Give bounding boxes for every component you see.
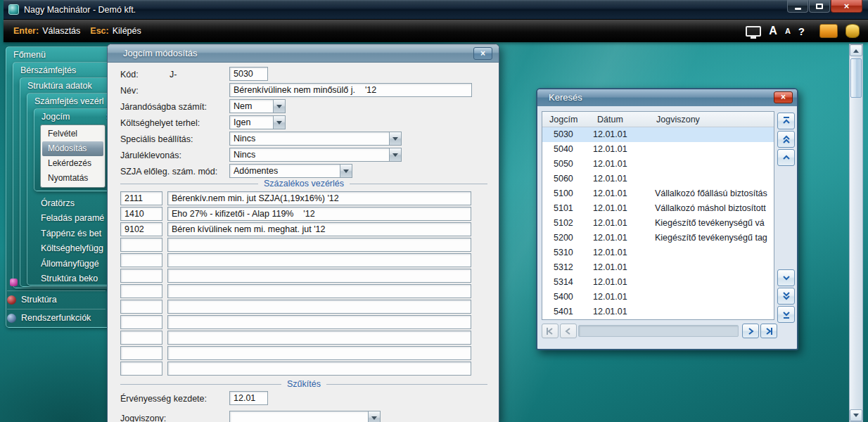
- sidebar-item-struktura-bekotes[interactable]: Struktúra beko: [34, 271, 107, 286]
- esc-action-label[interactable]: Kilépés: [113, 26, 141, 36]
- search-row[interactable]: 5101 12.01.01 Vállalkozó máshol biztosít…: [542, 201, 774, 216]
- grid-text-input[interactable]: Eho 27% - kifizetői - Alap 119% '12: [167, 207, 471, 221]
- scroll-first-button[interactable]: [777, 113, 795, 129]
- panel-berszamfejtes-header[interactable]: Bérszámfejtés: [13, 63, 119, 78]
- kod-input[interactable]: 5030: [229, 67, 268, 81]
- grid-text-input[interactable]: Bérenkív.nem min. jut SZJA(1,19x16%) '12: [167, 191, 471, 205]
- chevron-down-icon[interactable]: [340, 165, 352, 177]
- panel-jogcim-header[interactable]: Jogcím ×: [34, 109, 119, 124]
- search-row[interactable]: 5200 12.01.01 Kiegészítő tevékenységű ta…: [542, 231, 774, 245]
- search-row[interactable]: 5312 12.01.01: [542, 260, 774, 275]
- grid-text-input[interactable]: [167, 362, 471, 376]
- chevron-down-icon[interactable]: [273, 116, 285, 129]
- szja-dropdown[interactable]: Adómentes: [229, 164, 352, 178]
- sidebar-item-koltseghelyfuggo[interactable]: Költséghelyfügg: [34, 241, 107, 256]
- search-row[interactable]: 5040 12.01.01: [542, 142, 774, 157]
- chevron-down-icon[interactable]: [273, 100, 285, 113]
- grid-text-input[interactable]: [167, 331, 471, 345]
- grid-code-input[interactable]: [120, 362, 162, 376]
- vertical-scrollbar[interactable]: [849, 44, 863, 422]
- sidebar-item-rendszerfunkciok-label: Rendszerfunkciók: [21, 313, 91, 323]
- grid-code-input[interactable]: 1410: [120, 207, 162, 221]
- grid-code-input[interactable]: [120, 331, 162, 345]
- search-close-button[interactable]: ×: [774, 91, 793, 103]
- enter-action-label[interactable]: Választás: [42, 26, 80, 36]
- grid-code-input[interactable]: [120, 238, 162, 252]
- monitor-icon[interactable]: [746, 26, 761, 37]
- coins-icon[interactable]: [845, 24, 860, 38]
- jarulek-dropdown[interactable]: Nincs: [229, 148, 402, 162]
- grid-text-input[interactable]: [167, 284, 471, 298]
- sidebar-item-feladas-parameterek[interactable]: Feladás paramé: [34, 211, 107, 226]
- grid-text-input[interactable]: [167, 269, 471, 283]
- chevron-down-icon[interactable]: [368, 411, 380, 422]
- search-row[interactable]: 5314 12.01.01: [542, 275, 774, 290]
- scroll-last-button[interactable]: [777, 306, 795, 323]
- sidebar-item-tappenz[interactable]: Táppénz és bet: [34, 226, 107, 241]
- panel-fomenu-header[interactable]: Főmenü: [6, 47, 119, 63]
- chevron-down-icon[interactable]: [389, 148, 401, 161]
- help-icon[interactable]: ?: [798, 25, 805, 37]
- ervenyesseg-input[interactable]: 12.01: [229, 391, 268, 405]
- grid-text-input[interactable]: Béren kívülinek nem mi. meghat. jut '12: [167, 222, 471, 236]
- search-row[interactable]: 5050 12.01.01: [542, 157, 774, 172]
- scroll-page-down-button[interactable]: [777, 288, 795, 305]
- sidebar-item-struktura[interactable]: Struktúra: [7, 290, 106, 308]
- search-row[interactable]: 5030 12.01.01: [542, 127, 774, 142]
- grid-code-input[interactable]: 9102: [120, 222, 162, 236]
- grid-text-input[interactable]: [167, 238, 471, 252]
- font-small-icon[interactable]: A: [785, 27, 791, 35]
- nav-track[interactable]: [578, 325, 739, 337]
- koltseghely-dropdown[interactable]: Igen: [229, 115, 286, 129]
- scrollbar-up-button[interactable]: [850, 44, 862, 56]
- dialog-close-button[interactable]: ×: [473, 47, 492, 60]
- grid-text-input[interactable]: [167, 346, 471, 360]
- grid-code-input[interactable]: [120, 269, 162, 283]
- nav-last-button[interactable]: [760, 324, 777, 338]
- grid-code-input[interactable]: [120, 346, 162, 360]
- search-row[interactable]: 5400 12.01.01: [542, 290, 774, 305]
- grid-code-input[interactable]: [120, 284, 162, 298]
- nav-prev-button[interactable]: [560, 324, 577, 338]
- jogviszony-dropdown[interactable]: [229, 411, 381, 422]
- font-large-icon[interactable]: A: [769, 25, 777, 37]
- specialis-dropdown[interactable]: Nincs: [229, 132, 402, 146]
- search-row[interactable]: 5100 12.01.01 Vállalkozó főállású biztos…: [542, 186, 774, 201]
- cell-datum: 12.01.01: [587, 142, 646, 157]
- grid-code-input[interactable]: [120, 315, 162, 329]
- search-row[interactable]: 5401 12.01.01: [542, 305, 774, 319]
- grid-code-input[interactable]: 2111: [120, 191, 162, 205]
- panel-struktura-adatok-header[interactable]: Struktúra adatok: [20, 78, 119, 94]
- menu-item-modositas[interactable]: Módosítás: [42, 141, 103, 156]
- maximize-button[interactable]: [809, 0, 830, 13]
- search-row[interactable]: 5102 12.01.01 Kiegészítő tevékenységű vá: [542, 216, 774, 231]
- scroll-page-up-button[interactable]: [777, 131, 795, 148]
- jarandosag-dropdown[interactable]: Nem: [229, 99, 286, 113]
- grid-code-input[interactable]: [120, 253, 162, 267]
- scroll-down-button[interactable]: [777, 269, 795, 286]
- grid-code-input[interactable]: [120, 300, 162, 314]
- search-row[interactable]: 5060 12.01.01: [542, 172, 774, 186]
- panel-szamfejtes-vezerles-header[interactable]: Számfejtés vezérl: [27, 94, 119, 109]
- scrollbar-thumb[interactable]: [850, 58, 862, 98]
- menu-item-felvetel[interactable]: Felvétel: [42, 127, 103, 141]
- sidebar-item-oratorzs[interactable]: Óratörzs: [34, 196, 107, 211]
- menu-item-lekerdezes[interactable]: Lekérdezés: [42, 156, 103, 171]
- nav-first-button[interactable]: [542, 324, 559, 338]
- nav-next-button[interactable]: [742, 324, 759, 338]
- menu-item-nyomtatas[interactable]: Nyomtatás: [42, 171, 103, 186]
- chevron-right-icon: [745, 326, 756, 337]
- folder-icon[interactable]: [819, 24, 838, 38]
- grid-text-input[interactable]: [167, 315, 471, 329]
- scrollbar-down-button[interactable]: [850, 409, 862, 421]
- nev-input[interactable]: Bérenkívülinek nem minősülő j. '12: [229, 83, 472, 97]
- minimize-button[interactable]: [787, 0, 808, 13]
- grid-text-input[interactable]: [167, 300, 471, 314]
- chevron-down-icon[interactable]: [389, 132, 401, 145]
- close-button[interactable]: ×: [831, 0, 862, 13]
- scroll-up-button[interactable]: [777, 149, 795, 166]
- sidebar-item-allomanyfuggo[interactable]: Állományfüggé: [34, 257, 107, 271]
- sidebar-item-rendszerfunkciok[interactable]: Rendszerfunkciók: [7, 309, 106, 326]
- search-row[interactable]: 5310 12.01.01: [542, 245, 774, 260]
- grid-text-input[interactable]: [167, 253, 471, 267]
